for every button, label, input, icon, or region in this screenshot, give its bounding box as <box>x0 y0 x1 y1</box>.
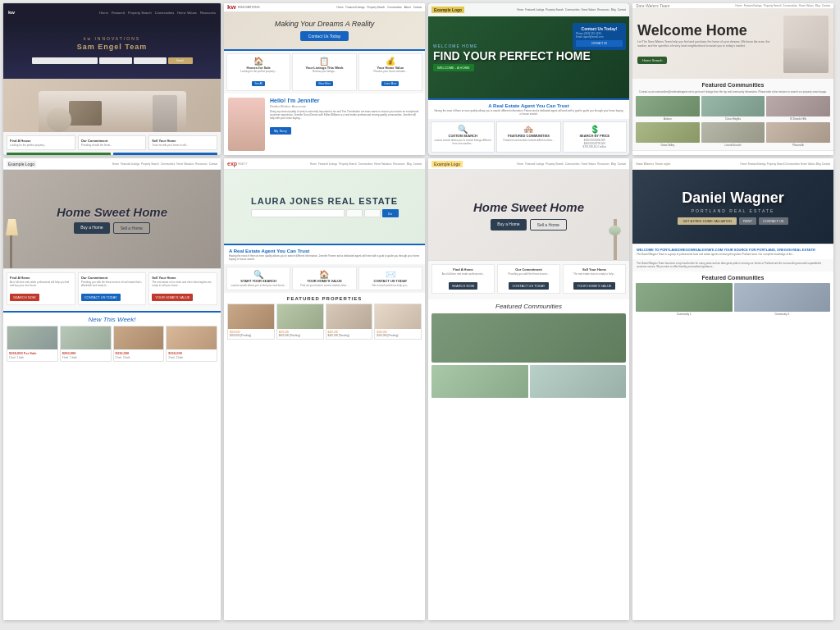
s8-hero-title: Daniel Wagner <box>682 189 783 207</box>
s1-contact-btn[interactable]: CONTACT US TODAY <box>7 153 111 155</box>
s2-agent-name: Hello! I'm Jennifer <box>270 98 421 103</box>
s8-hero-sub: PORTLAND REAL ESTATE <box>692 208 775 213</box>
s1-team-name: Sam Engel Team <box>77 43 147 51</box>
s8-communities-title: Featured Communities <box>636 275 830 281</box>
s4-comm-4: Grass Valley <box>636 144 700 147</box>
s5-listing-4-price: $310,000 <box>168 351 215 355</box>
s5-tagline: Home Sweet Home <box>57 205 167 219</box>
screenshot-daniel-wagner[interactable]: Sara Waters Team style Home Featured lis… <box>632 158 833 620</box>
s5-logo: Example Logo <box>7 161 36 167</box>
s7-communities-title: Featured Communities <box>431 303 626 310</box>
screenshot-exp-laura-jones[interactable]: exp REALTY Home Featured Listings Proper… <box>224 158 425 620</box>
s8-rent-btn[interactable]: RENT <box>739 217 756 225</box>
s4-logo: Sara Waters Team <box>636 3 669 8</box>
s4-hero-sub: Let The Sara Waters Team help you find a… <box>637 40 778 48</box>
s7-logo: Example Logo <box>431 161 463 167</box>
s5-sell-home: Sell Your Home <box>152 276 214 280</box>
s5-listing-1-price: $160,000 For Sale <box>9 351 56 355</box>
s2-logo-sub: INNOVATIONS <box>238 5 260 9</box>
s6-trust-title: A Real Estate Agent You Can Trust <box>229 249 420 253</box>
s1-sell: Sell Your Home <box>152 139 214 143</box>
s6-feat-2: YOUR HOME'S VALUE <box>295 279 353 283</box>
s8-comm-1: Community 1 <box>636 313 733 316</box>
s3-trust-title: A Real Estate Agent You Can Trust <box>433 103 624 108</box>
s2-contact-btn[interactable]: Contact Us Today <box>300 31 349 41</box>
s3-logo: Example Logo <box>431 7 464 13</box>
s6-feat-3: CONTACT US TODAY <box>362 279 419 283</box>
s1-tagline: kw INNOVATIONS <box>84 36 140 41</box>
s5-new-week-title: New This Week! <box>7 316 217 323</box>
s5-listing-2-price: $260,000 <box>62 351 109 355</box>
s3-contact-btn[interactable]: CONTACT US <box>576 40 623 47</box>
s5-listing-3-price: $310,000 <box>116 351 162 355</box>
s5-sell-btn[interactable]: Sell a Home <box>113 222 150 234</box>
s4-comm-6: Placerville <box>766 144 830 147</box>
s2-learn-more-btn[interactable]: Learn More <box>381 81 399 86</box>
s5-buy-btn[interactable]: Buy a Home <box>74 222 110 234</box>
s3-subtitle: WELCOME HOME <box>433 43 477 48</box>
s7-commitment: Our Commitment <box>500 267 557 272</box>
s8-comm-2: Community 2 <box>734 313 831 316</box>
s1-commitment: Our Commitment <box>81 139 144 143</box>
s7-buy-btn[interactable]: Buy a Home <box>491 219 527 231</box>
s1-home-value-btn[interactable]: YOUR HOME'S VALUE <box>113 153 217 155</box>
s3-tagline: FIND YOUR PERFECT HOME <box>433 50 591 62</box>
s3-contact-title: Contact Us Today! <box>576 26 623 31</box>
s4-home-search-btn[interactable]: Home Search <box>637 57 667 64</box>
s2-logo: kw <box>227 3 236 11</box>
s3-welcome-btn[interactable]: WELCOME - A HOME <box>433 64 474 71</box>
s3-feat-3: SEARCH BY PRICE <box>566 134 623 138</box>
s6-feat-1: START YOUR SEARCH <box>230 279 287 283</box>
s6-listing-1-label: $350,000 [Pending] <box>230 334 272 337</box>
screenshot-grid: kw HomeFeaturedProperty SearchCommunitie… <box>0 0 840 630</box>
s7-home-value-btn[interactable]: YOUR HOME'S VALUE <box>573 282 614 290</box>
s6-logo: exp <box>227 161 237 167</box>
s5-search-now-btn[interactable]: SEARCH NOW <box>10 294 39 301</box>
s4-welcome-title: Welcome Home <box>637 23 778 38</box>
s3-feat-2: FEATURED COMMUNITIES <box>500 134 557 138</box>
screenshot-sam-engel[interactable]: kw HomeFeaturedProperty SearchCommunitie… <box>3 3 221 155</box>
s8-logo: Sara Waters Team style <box>636 162 670 166</box>
s4-communities-title: Featured Communities <box>636 82 830 88</box>
s4-comm-1: Auburn <box>636 117 700 121</box>
s4-comm-5: Lincoln/Lincoln <box>701 144 765 147</box>
s6-listing-4-label: $310,000 [Pending] <box>377 334 419 337</box>
s5-commitment: Our Commitment <box>81 276 144 280</box>
s6-featured-title: FEATURED PROPERTIES <box>227 296 422 301</box>
s8-welcome-title: WELCOME TO PORTLANDOREGONREALESTATE.COM … <box>637 248 829 252</box>
s7-contact-btn[interactable]: CONTACT US TODAY <box>509 282 548 290</box>
s2-show-more-btn[interactable]: Show More <box>316 81 333 86</box>
s2-see-all-btn[interactable]: See All <box>252 81 264 86</box>
s5-find-home: Find A Home <box>10 276 72 280</box>
s7-sell-home: Sell Your Home <box>566 267 623 272</box>
collage-container: kw HomeFeaturedProperty SearchCommunitie… <box>0 0 840 630</box>
s3-feat-1: CUSTOM SEARCH <box>434 134 491 138</box>
s5-home-value-btn[interactable]: YOUR HOME'S VALUE <box>152 294 193 301</box>
s1-logo: kw <box>8 10 15 15</box>
s2-my-story-btn[interactable]: My Story <box>270 127 291 135</box>
s2-agent-title: Realtor/Broker Associate <box>270 104 421 108</box>
s6-listing-3-label: $425,000 [Pending] <box>328 334 371 337</box>
screenshot-kw-dreams[interactable]: kw INNOVATIONS Home Featured Listings Pr… <box>224 3 425 155</box>
screenshot-find-home[interactable]: Example Logo Home Featured Listings Prop… <box>428 3 629 155</box>
s6-logo-sub: REALTY <box>238 162 247 166</box>
screenshot-sara-waters[interactable]: Sara Waters Team Home Featured listings … <box>632 3 833 155</box>
screenshot-home-sweet-home-left[interactable]: Example Logo Home Featured Listings Prop… <box>3 158 221 620</box>
s2-tagline: Making Your Dreams A Reality <box>275 20 375 28</box>
s5-contact-btn[interactable]: CONTACT US TODAY <box>81 294 121 301</box>
s8-valuation-btn[interactable]: GET A FREE HOME VALUATION <box>678 217 737 225</box>
s4-comm-3: El Dorado Hills <box>766 117 830 121</box>
s1-nav: HomeFeaturedProperty SearchCommunitiesHo… <box>99 11 216 15</box>
s7-find-home: Find A Home <box>435 267 491 272</box>
s4-comm-2: Citrus Heights <box>701 117 765 121</box>
s7-tagline: Home Sweet Home <box>473 200 584 214</box>
s6-tagline: LAURA JONES REAL ESTATE <box>251 196 398 206</box>
s7-sell-btn[interactable]: Sell a Home <box>530 219 567 231</box>
screenshot-home-sweet-home-right[interactable]: Example Logo Home Featured Listings Prop… <box>428 158 629 620</box>
s8-contact-btn[interactable]: CONTACT US <box>759 217 788 225</box>
s7-search-btn[interactable]: SEARCH NOW <box>449 282 478 290</box>
s6-listing-2-label: $625,000 [Pending] <box>279 334 322 337</box>
s1-find-home: Find A House <box>10 139 72 143</box>
